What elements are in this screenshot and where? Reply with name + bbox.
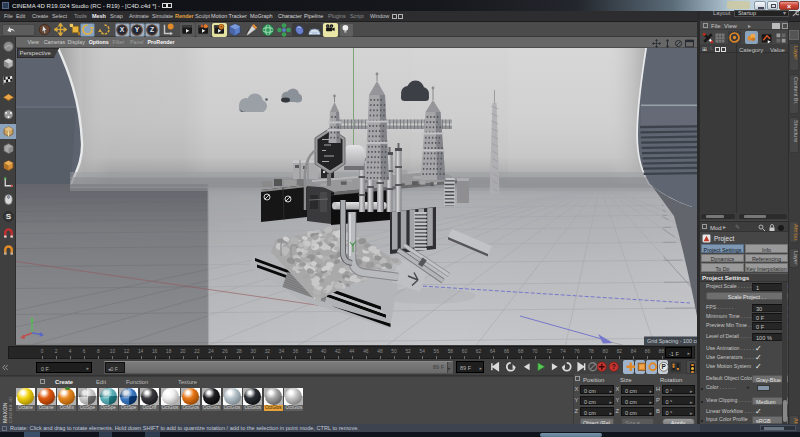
svg-text:S: S — [5, 212, 11, 221]
svg-text:Grid Spacing - 100 cm: Grid Spacing - 100 cm — [647, 338, 697, 344]
svg-text:P: P — [661, 363, 666, 370]
svg-text:X: X — [120, 26, 125, 33]
svg-text:?: ? — [612, 363, 616, 370]
svg-text:Z: Z — [150, 26, 154, 33]
svg-text:Y: Y — [135, 26, 140, 33]
